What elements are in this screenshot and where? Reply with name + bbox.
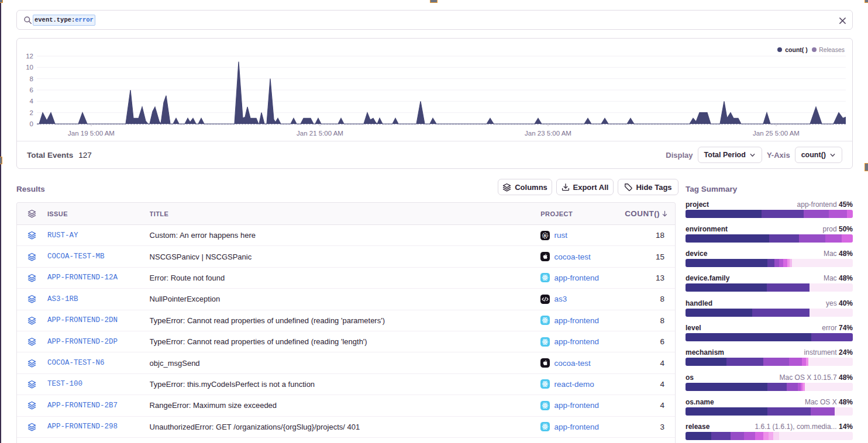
svg-text:R: R (544, 233, 547, 238)
svg-text:4: 4 (30, 98, 34, 105)
svg-text:12: 12 (26, 53, 33, 60)
svg-text:2: 2 (30, 109, 33, 116)
svg-text:Jan 21 5:00 AM: Jan 21 5:00 AM (297, 130, 343, 137)
svg-text:8: 8 (30, 75, 33, 82)
svg-text:6: 6 (30, 86, 33, 94)
svg-text:Jan 23 5:00 AM: Jan 23 5:00 AM (525, 130, 571, 137)
svg-text:10: 10 (26, 64, 33, 71)
svg-text:Jan 25 5:00 AM: Jan 25 5:00 AM (753, 130, 800, 137)
svg-text:Jan 19 5:00 AM: Jan 19 5:00 AM (68, 130, 115, 137)
svg-text:0: 0 (30, 120, 33, 127)
